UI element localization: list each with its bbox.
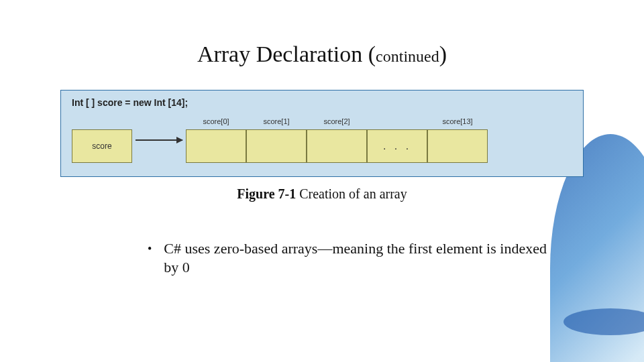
cell-2-label: score[2] xyxy=(323,117,350,127)
slide-content: Array Declaration (continued) Int [ ] sc… xyxy=(0,42,644,362)
cell-0-wrap: score[0] xyxy=(186,117,246,163)
cell-2-box xyxy=(307,129,367,163)
code-declaration: Int [ ] score = new Int [14]; xyxy=(72,97,572,108)
diagram-row: score score[0] score[1] score[2] . . . xyxy=(72,117,572,163)
slide-title: Array Declaration (continued) xyxy=(40,42,604,67)
score-variable-box: score xyxy=(72,129,132,163)
cell-0-box xyxy=(186,129,246,163)
figure-caption: Figure 7-1 Creation of an array xyxy=(40,186,604,202)
cell-1-wrap: score[1] xyxy=(246,117,307,163)
cell-0-label: score[0] xyxy=(203,117,229,127)
cell-last-box xyxy=(427,129,488,163)
figure-caption-text: Creation of an array xyxy=(296,186,407,201)
title-continued: continued xyxy=(376,48,439,65)
cell-ellipsis-box: . . . xyxy=(367,129,427,163)
bullet-dot-icon: • xyxy=(148,239,152,258)
cell-last-label: score[13] xyxy=(442,117,472,127)
arrow-gap xyxy=(132,123,186,157)
score-var-wrap: score xyxy=(72,117,132,163)
pointer-arrow-icon xyxy=(136,139,182,141)
bullet-text: C# uses zero-based arrays—meaning the fi… xyxy=(164,239,564,277)
bullet-item: • C# uses zero-based arrays—meaning the … xyxy=(148,239,564,277)
array-diagram-frame: Int [ ] score = new Int [14]; score scor… xyxy=(60,90,584,177)
figure-number: Figure 7-1 xyxy=(237,186,296,201)
cell-last-wrap: score[13] xyxy=(427,117,488,163)
title-close: ) xyxy=(439,42,447,66)
cell-ellipsis-wrap: . . . xyxy=(367,117,427,163)
title-main: Array Declaration ( xyxy=(197,42,376,66)
cell-1-label: score[1] xyxy=(263,117,289,127)
cell-1-box xyxy=(246,129,307,163)
cell-2-wrap: score[2] xyxy=(307,117,367,163)
